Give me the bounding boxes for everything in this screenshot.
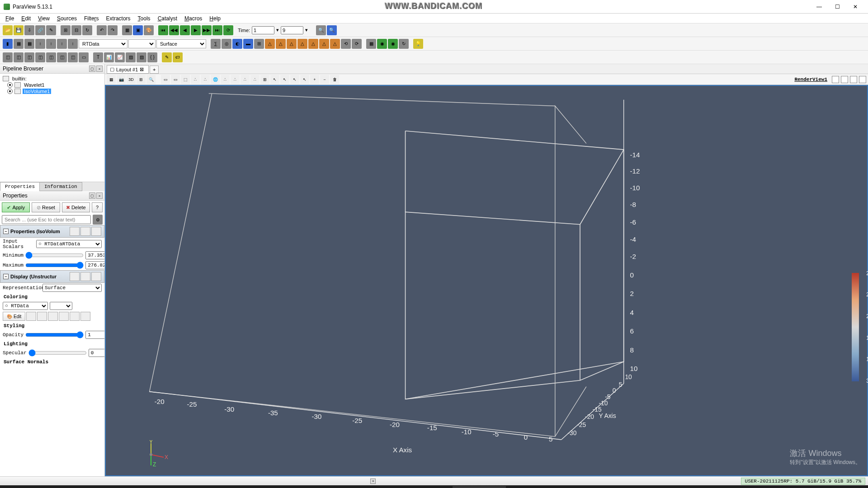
taskbar-task[interactable]: Bandicam 2024...	[208, 486, 264, 488]
v-1-icon[interactable]: ▦	[107, 75, 116, 84]
first-frame-icon[interactable]: ⏮	[158, 25, 168, 35]
extract4-icon[interactable]: △	[297, 39, 307, 49]
extract5-icon[interactable]: △	[308, 39, 318, 49]
search-button[interactable]: 🔍	[22, 486, 42, 488]
ann-5-icon[interactable]: ▨	[137, 52, 146, 62]
color-legend[interactable]: 2.8e+02 250 200 150 100 3.7e+01 RTData	[852, 273, 861, 381]
menu-file[interactable]: File	[2, 14, 18, 23]
taskbar-task[interactable]: 管理员: 命令提...	[155, 486, 208, 488]
v-minus-icon[interactable]: −	[320, 75, 329, 84]
colormap-1-icon[interactable]	[26, 312, 36, 321]
v-trash-icon[interactable]: 🗑	[330, 75, 339, 84]
extract6-icon[interactable]: △	[319, 39, 329, 49]
taskbar-task[interactable]: NtKinect - Goo...	[264, 486, 317, 488]
menu-view[interactable]: View	[34, 14, 53, 23]
sel-3-icon[interactable]: ◫	[24, 52, 34, 62]
tool-a-icon[interactable]: ▦	[366, 39, 376, 49]
menu-catalyst[interactable]: Catalyst	[154, 14, 181, 23]
colormap-4-icon[interactable]	[59, 312, 69, 321]
last-frame-icon[interactable]: ⏭	[212, 25, 222, 35]
sel-5-icon[interactable]: ◫	[46, 52, 56, 62]
contour-icon[interactable]: ◎	[222, 39, 231, 49]
component-dropdown[interactable]	[128, 39, 156, 48]
v-hover1-icon[interactable]: ↖	[270, 75, 279, 84]
palette-icon[interactable]: 🎨	[144, 25, 154, 35]
ann-1-icon[interactable]: T	[93, 52, 103, 62]
ann-4-icon[interactable]: ▨	[126, 52, 136, 62]
time-max-spinner-icon[interactable]: ▾	[305, 27, 308, 33]
v-3d-icon[interactable]: 3D	[127, 75, 136, 84]
representation-dropdown[interactable]: Surface	[156, 39, 206, 48]
colormap-2-icon[interactable]	[37, 312, 47, 321]
pipeline-node-isovolume[interactable]: IsoVolume1	[2, 88, 103, 94]
v-sel3-icon[interactable]: ⬚	[181, 75, 190, 84]
taskbar-task[interactable]: C:\alvr_streamer...	[98, 486, 155, 488]
color-by-icon[interactable]: ▮	[3, 39, 13, 49]
close-view-icon[interactable]	[859, 76, 866, 83]
search-input[interactable]	[2, 215, 91, 224]
paste-icon[interactable]	[80, 272, 90, 281]
minimize-button[interactable]: —	[810, 0, 828, 13]
separate-color-icon[interactable]: ▦	[24, 39, 34, 49]
restore-icon[interactable]	[91, 227, 101, 236]
ann-3-icon[interactable]: 📈	[115, 52, 125, 62]
taskbar-task[interactable]: Steam	[317, 486, 349, 488]
time-current-input[interactable]	[252, 26, 274, 34]
copy-icon[interactable]	[70, 227, 80, 236]
play-icon[interactable]: ▶	[191, 25, 201, 35]
reload-icon[interactable]: ↻	[82, 25, 92, 35]
v-2-icon[interactable]: 📷	[117, 75, 126, 84]
taskbar-task[interactable]: ParaView 5.13.1	[453, 486, 506, 488]
rescale-icon[interactable]: ↕	[35, 39, 45, 49]
v-4-icon[interactable]: ⊞	[137, 75, 146, 84]
edit-color-button[interactable]: 🎨Edit	[3, 312, 25, 321]
undo-icon[interactable]: ↶	[97, 25, 107, 35]
v-sel10-icon[interactable]: ∴	[250, 75, 259, 84]
tool-d-icon[interactable]: ↻	[399, 39, 409, 49]
rescale-custom-icon[interactable]: ↕	[46, 39, 56, 49]
v-hover2-icon[interactable]: ↖	[280, 75, 289, 84]
play-reverse-icon[interactable]: ◀	[180, 25, 190, 35]
split-h-icon[interactable]	[832, 76, 839, 83]
tab-information[interactable]: Information	[39, 182, 82, 191]
v-sel9-icon[interactable]: ∴	[241, 75, 250, 84]
maximize-view-icon[interactable]	[850, 76, 857, 83]
delete-button[interactable]: ✖Delete	[62, 202, 90, 212]
sel-6-icon[interactable]: ◫	[57, 52, 67, 62]
section-display[interactable]: − Display (Unstructur	[0, 270, 104, 283]
taskbar-task[interactable]: ALVR Dashboa...	[349, 486, 403, 488]
props-float-icon[interactable]: ▢	[89, 192, 95, 199]
redo-icon[interactable]: ↷	[108, 25, 118, 35]
server-disconnect-icon[interactable]: ⊟	[71, 25, 81, 35]
tab-properties[interactable]: Properties	[0, 182, 40, 191]
pipeline-root[interactable]: builtin:	[2, 75, 103, 82]
tool-b-icon[interactable]: ◉	[377, 39, 387, 49]
extract1-icon[interactable]: △	[265, 39, 275, 49]
find-data-icon[interactable]: 🔍	[316, 25, 326, 35]
time-spinner-icon[interactable]: ▾	[276, 27, 279, 33]
find-data-plus-icon[interactable]: 🔍	[327, 25, 337, 35]
layout-tab[interactable]: ▢ Layout #1 ⊠	[107, 65, 149, 74]
rescale-visible-icon[interactable]: ↕	[57, 39, 67, 49]
rot90-icon[interactable]: ⟲	[341, 39, 351, 49]
orientation-axes[interactable]: X Y Z	[142, 440, 169, 469]
render-view[interactable]: -20-25 -30-35 -30-25 -20-15 -10-5 05 X A…	[105, 85, 868, 476]
pipeline-node-wavelet[interactable]: Wavelet1	[2, 82, 103, 88]
loop-icon[interactable]: ⟳	[223, 25, 233, 35]
v-sel11-icon[interactable]: ⊞	[260, 75, 269, 84]
next-frame-icon[interactable]: ▶▶	[202, 25, 212, 35]
colormap-3-icon[interactable]	[48, 312, 58, 321]
menu-tools[interactable]: Tools	[134, 14, 154, 23]
v-sel6-icon[interactable]: 🌐	[211, 75, 220, 84]
start-button[interactable]: ⊞	[2, 486, 22, 488]
rotn90-icon[interactable]: ⟳	[352, 39, 362, 49]
threshold-icon[interactable]: ⊞	[254, 39, 264, 49]
disconnect-icon[interactable]: ✎	[46, 25, 56, 35]
light-icon[interactable]: 💡	[413, 39, 423, 49]
v-sel8-icon[interactable]: ∴	[231, 75, 240, 84]
restore-icon[interactable]	[91, 272, 101, 281]
specular-slider[interactable]	[28, 349, 87, 357]
reset-button[interactable]: ⊘Reset	[32, 202, 60, 212]
paste-icon[interactable]	[80, 227, 90, 236]
collapse-icon[interactable]: −	[3, 274, 9, 279]
